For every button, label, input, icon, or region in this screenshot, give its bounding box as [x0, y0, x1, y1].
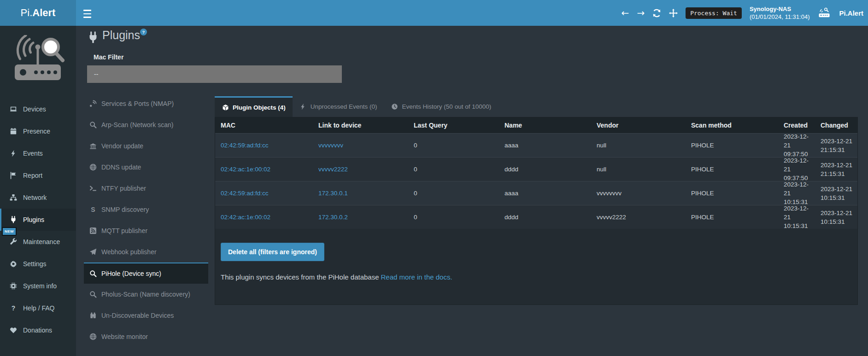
mac-filter-label: Mac Filter — [94, 53, 123, 61]
search-icon — [89, 291, 97, 298]
sidebar-item[interactable]: Presence — [0, 120, 76, 142]
table-row: 02:42:ac:1e:00:02 vvvvv2222 0 dddd null … — [215, 157, 857, 181]
move-arrows-icon[interactable] — [669, 9, 678, 18]
sidebar-item-label: Report — [23, 172, 42, 179]
rss-icon — [89, 227, 97, 234]
created-value: 2023-12-21 09:37:50 — [778, 158, 815, 181]
plugin-nav-item[interactable]: DDNS update — [84, 157, 208, 178]
terminal-icon — [89, 185, 97, 192]
plugin-nav-item[interactable]: NTFY publisher — [84, 178, 208, 199]
plugin-nav-label: DDNS update — [101, 163, 141, 171]
device-link[interactable]: 172.30.0.1 — [318, 190, 348, 197]
plugin-nav-item[interactable]: Website monitor — [84, 326, 208, 347]
plugin-nav-item[interactable]: Un-Discoverable Devices — [84, 305, 208, 326]
mac-link[interactable]: 02:42:ac:1e:00:02 — [221, 166, 270, 173]
vendor-value: null — [597, 142, 606, 149]
table-row: 02:42:ac:1e:00:02 172.30.0.2 0 dddd vvvv… — [215, 205, 857, 229]
nas-name: Synology-NAS — [750, 5, 810, 13]
brand-prefix: Pi. — [21, 7, 33, 19]
globe-icon — [89, 163, 97, 171]
mac-link[interactable]: 02:42:59:ad:fd:cc — [221, 190, 269, 197]
bolt-icon — [9, 150, 18, 157]
last-query-value: 0 — [414, 214, 417, 221]
back-arrow-icon[interactable]: ← — [622, 8, 629, 18]
flag-icon — [9, 172, 18, 179]
plugin-nav-item[interactable]: Pholus-Scan (Name discovery) — [84, 284, 208, 305]
sidebar-menu: Devices Presence Events Repor — [0, 98, 76, 341]
sidebar-item-label: System info — [23, 282, 57, 290]
device-link[interactable]: vvvvvvvv — [318, 142, 343, 149]
tab[interactable]: Events History (50 out of 10000) — [384, 96, 499, 117]
refresh-icon[interactable] — [652, 9, 661, 18]
sidebar-item[interactable]: NEW Maintenance — [0, 231, 76, 253]
plugin-nav-label: Vendor update — [101, 142, 143, 150]
plugin-nav-item[interactable]: Arp-Scan (Network scan) — [84, 114, 208, 135]
chip-icon — [9, 282, 18, 290]
table-row: 02:42:59:ad:fd:cc vvvvvvvv 0 aaaa null P… — [215, 133, 857, 157]
sidebar-item[interactable]: ? Help / FAQ — [0, 297, 76, 319]
forward-arrow-icon[interactable]: → — [637, 8, 645, 18]
sidebar-item[interactable]: Donations — [0, 319, 76, 341]
plugin-nav-item[interactable]: PiHole (Device sync) — [84, 263, 208, 284]
page-title: Plugins — [102, 29, 140, 42]
sidebar-item-label: Devices — [23, 105, 46, 113]
sidebar-item[interactable]: Network — [0, 187, 76, 209]
plugin-nav-item[interactable]: S SNMP discovery — [84, 199, 208, 220]
plugin-nav-item[interactable]: Vendor update — [84, 135, 208, 157]
scan-method-value: PIHOLE — [691, 190, 714, 197]
mac-filter-value: -- — [94, 70, 98, 78]
plugin-nav-item[interactable]: Webhook publisher — [84, 241, 208, 263]
heart-icon — [9, 327, 18, 334]
device-link[interactable]: 172.30.0.2 — [318, 214, 348, 221]
plugin-nav-label: Website monitor — [101, 333, 148, 340]
plugin-nav-label: Pholus-Scan (Name discovery) — [101, 291, 190, 298]
sidebar-item[interactable]: Events — [0, 142, 76, 164]
mac-filter-select[interactable]: -- — [87, 65, 342, 83]
plugin-nav-label: Webhook publisher — [101, 248, 157, 256]
plugin-nav-item[interactable]: MQTT publisher — [84, 220, 208, 241]
pialert-logo-image — [10, 35, 65, 86]
plugin-nav-label: Arp-Scan (Network scan) — [101, 121, 173, 128]
help-badge[interactable]: ? — [140, 29, 147, 35]
plug-icon — [9, 216, 18, 223]
main-content: Plugins ? Mac Filter -- Services & Ports… — [76, 26, 868, 356]
name-value: dddd — [504, 214, 518, 221]
sidebar-item-label: Plugins — [23, 216, 44, 223]
last-query-value: 0 — [414, 166, 417, 173]
scan-method-value: PIHOLE — [691, 142, 714, 149]
sidebar-item[interactable]: Settings — [0, 253, 76, 275]
changed-value: 2023-12-21 21:15:31 — [815, 134, 857, 157]
mac-link[interactable]: 02:42:59:ad:fd:cc — [221, 142, 269, 149]
cube-icon — [222, 104, 229, 111]
created-value: 2023-12-21 10:15:31 — [778, 181, 815, 205]
top-navbar: Pi.Alert ← → Process: Wait Synology-NAS … — [0, 0, 868, 26]
sidebar-toggle-button[interactable] — [83, 9, 93, 19]
plug-icon — [87, 31, 99, 44]
plugin-nav-list: Services & Ports (NMAP) Arp-Scan (Networ… — [84, 93, 208, 347]
column-header-mac: MAC — [215, 117, 313, 133]
tab[interactable]: Plugin Objects (4) — [215, 96, 293, 117]
app-logo[interactable]: Pi.Alert — [0, 0, 76, 26]
device-link[interactable]: vvvvv2222 — [318, 166, 348, 173]
mac-link[interactable]: 02:42:ac:1e:00:02 — [221, 214, 270, 221]
sidebar-item[interactable]: Report — [0, 164, 76, 187]
column-header-last-query: Last Query — [408, 117, 499, 133]
sidebar-item-label: Presence — [23, 128, 50, 135]
last-query-value: 0 — [414, 142, 417, 149]
last-query-value: 0 — [414, 190, 417, 197]
plugin-nav-item[interactable]: Services & Ports (NMAP) — [84, 93, 208, 114]
process-status-badge: Process: Wait — [686, 7, 742, 19]
brand-suffix: Alert — [32, 7, 55, 19]
pialert-app: Pi.Alert ← → Process: Wait Synology-NAS … — [0, 0, 868, 356]
changed-value: 2023-12-21 21:15:31 — [815, 158, 857, 181]
vendor-value: vvvvv2222 — [597, 214, 626, 221]
tab[interactable]: Unprocessed Events (0) — [293, 96, 384, 117]
plugin-nav-label: PiHole (Device sync) — [101, 270, 161, 277]
sidebar-item-label: Maintenance — [23, 238, 60, 245]
globe-icon — [89, 333, 97, 340]
docs-link[interactable]: Read more in the docs. — [381, 273, 452, 281]
sidebar-item[interactable]: System info — [0, 275, 76, 297]
delete-all-button[interactable]: Delete all (filters are ignored) — [221, 243, 324, 261]
sidebar-item[interactable]: Devices — [0, 98, 76, 120]
column-header-created: Created — [778, 117, 815, 133]
